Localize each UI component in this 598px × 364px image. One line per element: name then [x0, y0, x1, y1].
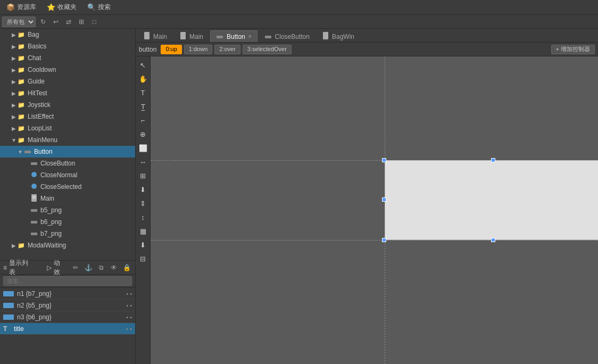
tree-item[interactable]: CloseSelected [0, 181, 135, 193]
tab-label: Button [227, 33, 245, 40]
canvas-area[interactable] [151, 56, 598, 364]
select-tool[interactable]: ↖ [137, 59, 150, 71]
list-icon: ≡ [3, 264, 7, 271]
favorites-icon: ⭐ [47, 3, 55, 11]
expand-arrow: ▶ [11, 243, 17, 249]
layout-tool[interactable]: ⊟ [137, 252, 150, 265]
anchor-down-tool[interactable]: ⬇ [137, 183, 150, 196]
tab-close-btn[interactable]: × [248, 34, 252, 39]
state-btn[interactable]: 2:over [214, 45, 240, 54]
tree-item[interactable]: b6_png [0, 216, 135, 228]
favorites-btn[interactable]: ⭐ 收藏夹 [44, 2, 80, 13]
scale-tool[interactable]: ↔ [137, 155, 150, 168]
selection-handle[interactable] [382, 238, 386, 242]
link-btn[interactable]: ⚓ [83, 262, 94, 273]
editor-tab[interactable]: BagWin [317, 30, 360, 42]
item-icon: 📁 [17, 55, 26, 62]
pan-tool[interactable]: ✋ [137, 72, 150, 85]
search-btn[interactable]: 🔍 搜索 [84, 2, 114, 13]
copy-btn[interactable]: ⧉ [96, 262, 106, 273]
tree-item[interactable]: ▶📁ModalWaiting [0, 239, 135, 251]
tree-item-label: b7_png [40, 230, 62, 237]
tree-item[interactable]: b7_png [0, 228, 135, 239]
tree-item[interactable]: ▶📁ListEffect [0, 111, 135, 122]
richtext-tool[interactable]: T̲ [137, 100, 150, 113]
tree-item[interactable]: ▶📁Guide [0, 76, 135, 87]
tree-item[interactable]: ▶📁HitTest [0, 87, 135, 99]
state-btn[interactable]: 1:down [184, 45, 212, 54]
distribute-tool[interactable]: ⇕ [137, 197, 150, 210]
tree-item[interactable]: b5_png [0, 204, 135, 216]
tab-icon [322, 32, 329, 41]
tree-item[interactable]: ▶📁LoopList [0, 122, 135, 134]
state-btn[interactable]: 3:selectedOver [243, 45, 292, 54]
eye-btn[interactable]: 👁 [109, 262, 119, 273]
bottom-toolbar: ≡ 显示列表 ▷ 动效 ✏ ⚓ ⧉ 👁 🔒 [0, 261, 135, 275]
item-icon: 📁 [17, 67, 26, 73]
add-controller-btn[interactable]: + 增加控制器 [551, 45, 595, 54]
tree-item[interactable]: Main [0, 193, 135, 204]
tree-item[interactable]: ▼📁MainMenu [0, 134, 135, 146]
state-btn[interactable]: 0:up [161, 45, 181, 54]
align-tool[interactable]: ↕ [137, 211, 150, 224]
selection-handle[interactable] [491, 158, 495, 162]
move-tool[interactable]: ⊕ [137, 128, 150, 140]
tree-item[interactable]: ▶📁Joystick [0, 99, 135, 111]
list-search-input[interactable] [3, 276, 132, 286]
tree-item[interactable]: ▶📁Bag [0, 29, 135, 40]
list-item[interactable]: n3 {b6_png}• • [0, 311, 135, 323]
svg-rect-11 [180, 32, 186, 39]
editor-tab[interactable]: Main [138, 30, 173, 42]
chart-tool[interactable]: ▦ [137, 225, 150, 237]
refresh-btn[interactable]: ↻ [38, 16, 48, 27]
list-item-icon [3, 303, 14, 308]
tree-area[interactable]: ▶📁Bag▶📁Basics▶📁Chat▶📁Cooldown▶📁Guide▶📁Hi… [0, 29, 135, 260]
tree-item[interactable]: ▶📁Cooldown [0, 64, 135, 76]
display-list-label: ≡ 显示列表 [3, 259, 34, 277]
rect-tool[interactable]: ⌐ [137, 114, 150, 127]
tab-icon [144, 32, 150, 41]
tree-item[interactable]: CloseButton [0, 158, 135, 169]
sprite-tool[interactable]: ⬜ [137, 142, 150, 154]
expand-arrow: ▶ [11, 32, 17, 38]
package-dropdown[interactable]: 所有包 [2, 16, 36, 27]
grid-view-btn[interactable]: ⊞ [76, 16, 87, 27]
editor-tab[interactable]: Main [174, 30, 209, 42]
selection-handle[interactable] [382, 158, 386, 162]
tree-item[interactable]: ▶📁Basics [0, 40, 135, 52]
pencil-btn[interactable]: ✏ [70, 262, 81, 273]
top-toolbar: 📦 资源库 ⭐ 收藏夹 🔍 搜索 [0, 0, 598, 15]
expand-arrow: ▶ [11, 55, 17, 61]
list-item[interactable]: n1 {b7_png}• • [0, 288, 135, 300]
state-toolbar: button 0:up1:down2:over3:selectedOver + … [136, 43, 598, 56]
list-item-dots: • • [126, 326, 132, 332]
tree-item[interactable]: CloseNormal [0, 169, 135, 181]
tab-label: Main [153, 33, 167, 40]
state-label: button [139, 46, 156, 53]
text-tool[interactable]: T [137, 86, 150, 99]
list-item[interactable]: n2 {b5_png}• • [0, 300, 135, 311]
swap-btn[interactable]: ⇄ [63, 16, 74, 27]
item-icon [30, 160, 38, 167]
lock-btn[interactable]: 🔒 [121, 262, 132, 273]
tree-item-label: Basics [28, 43, 46, 50]
tab-icon [216, 33, 223, 40]
bottom-toolbar-icons: ✏ ⚓ ⧉ 👁 🔒 [70, 262, 132, 273]
list-view-btn[interactable]: □ [89, 16, 99, 27]
tree-item[interactable]: ▼Button [0, 146, 135, 158]
import-tool[interactable]: ⬇ [137, 238, 150, 251]
list-item-dots: • • [126, 291, 132, 297]
animation-label: ▷ 动效 [47, 259, 66, 277]
undo-btn[interactable]: ↩ [51, 16, 61, 27]
editor-tab[interactable]: CloseButton [259, 30, 315, 42]
grid-tool[interactable]: ⊞ [137, 169, 150, 182]
item-icon: 📁 [17, 43, 26, 50]
editor-tab[interactable]: Button× [210, 30, 258, 42]
assets-btn[interactable]: 📦 资源库 [3, 2, 39, 13]
list-item[interactable]: Ttitle• • [0, 323, 135, 335]
selection-handle[interactable] [491, 238, 495, 242]
tree-item[interactable]: ▶📁Chat [0, 52, 135, 64]
list-item-name: n2 {b5_png} [17, 302, 52, 309]
selection-handle[interactable] [382, 197, 386, 202]
canvas-button-element[interactable] [385, 160, 598, 240]
